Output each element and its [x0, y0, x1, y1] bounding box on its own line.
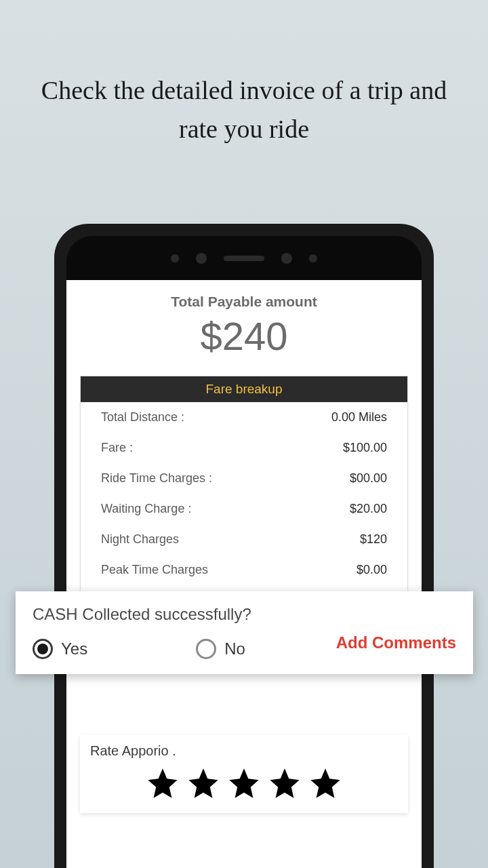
fare-row-ride-time: Ride Time Charges : $00.00	[81, 463, 407, 494]
fare-row-peak: Peak Time Charges $0.00	[81, 555, 407, 585]
promo-heading: Check the detailed invoice of a trip and…	[0, 0, 488, 149]
fare-value: $100.00	[343, 441, 387, 455]
fare-value: $00.00	[350, 471, 387, 486]
phone-sensors	[66, 236, 422, 280]
fare-value: $120	[360, 532, 387, 547]
phone-inner: Total Payable amount $240 Fare breakup T…	[66, 236, 422, 868]
fare-breakup-table: Fare breakup Total Distance : 0.00 Miles…	[80, 376, 408, 616]
fare-label: Waiting Charge :	[101, 502, 191, 516]
add-comments-link[interactable]: Add Comments	[336, 633, 456, 652]
radio-no[interactable]: No	[196, 639, 245, 659]
fare-label: Peak Time Charges	[101, 563, 208, 577]
fare-row-fare: Fare : $100.00	[81, 433, 407, 463]
total-section: Total Payable amount $240	[66, 280, 422, 376]
star-icon[interactable]	[145, 766, 180, 801]
cash-collected-card: CASH Collected successfully? Yes No Add …	[16, 591, 473, 674]
phone-frame: Total Payable amount $240 Fare breakup T…	[54, 224, 434, 868]
radio-no-label: No	[224, 639, 245, 658]
rate-label: Rate Apporio .	[90, 743, 398, 759]
rate-section: Rate Apporio .	[80, 735, 408, 813]
fare-label: Fare :	[101, 441, 133, 455]
phone-screen: Total Payable amount $240 Fare breakup T…	[66, 280, 422, 868]
cash-question: CASH Collected successfully?	[33, 605, 456, 624]
fare-label: Night Charges	[101, 532, 179, 547]
fare-value: 0.00 Miles	[331, 410, 387, 425]
total-amount: $240	[66, 313, 422, 359]
radio-circle-icon	[33, 639, 53, 659]
radio-yes-label: Yes	[61, 639, 87, 658]
fare-header: Fare breakup	[81, 376, 407, 402]
cash-options: Yes No Add Comments	[33, 639, 456, 659]
radio-circle-icon	[196, 639, 216, 659]
fare-label: Ride Time Charges :	[101, 471, 212, 486]
fare-row-waiting: Waiting Charge : $20.00	[81, 494, 407, 524]
fare-value: $0.00	[357, 563, 387, 577]
fare-row-distance: Total Distance : 0.00 Miles	[81, 402, 407, 433]
star-icon[interactable]	[226, 766, 262, 801]
star-icon[interactable]	[267, 766, 302, 801]
star-icon[interactable]	[186, 766, 221, 801]
fare-row-night: Night Charges $120	[81, 524, 407, 555]
star-icon[interactable]	[308, 766, 343, 801]
total-label: Total Payable amount	[66, 294, 422, 310]
fare-label: Total Distance :	[101, 410, 184, 425]
fare-value: $20.00	[350, 502, 387, 516]
star-rating[interactable]	[90, 766, 398, 801]
radio-dot-icon	[37, 644, 48, 654]
radio-yes[interactable]: Yes	[33, 639, 87, 659]
